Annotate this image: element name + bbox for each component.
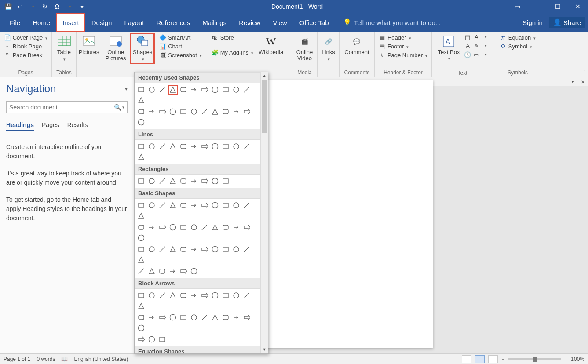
shape-item[interactable] — [200, 107, 209, 116]
shape-item[interactable] — [242, 107, 252, 116]
shape-item[interactable] — [231, 313, 241, 322]
shape-item[interactable] — [200, 291, 209, 300]
shape-item[interactable] — [242, 313, 252, 322]
shape-item[interactable] — [231, 200, 241, 210]
shape-item[interactable] — [221, 200, 230, 210]
shape-item[interactable] — [168, 142, 178, 151]
wikipedia-button[interactable]: W Wikipedia — [257, 33, 285, 57]
shape-item[interactable] — [168, 313, 178, 322]
shape-item[interactable] — [147, 176, 157, 186]
shape-item[interactable] — [221, 313, 230, 322]
shape-item[interactable] — [221, 107, 230, 116]
shape-item[interactable] — [189, 85, 199, 95]
equation-button[interactable]: πEquation — [499, 33, 537, 41]
symbol-button[interactable]: ΩSymbol — [499, 42, 537, 50]
search-dropdown-icon[interactable]: ▾ — [122, 105, 124, 109]
shape-item[interactable] — [136, 211, 146, 221]
signature-icon[interactable]: ✎ — [473, 42, 480, 49]
drop-cap-icon[interactable]: A̲ — [464, 42, 471, 49]
store-button[interactable]: 🛍Store — [211, 33, 254, 41]
shape-item[interactable] — [221, 85, 230, 95]
shape-item[interactable] — [242, 222, 252, 232]
pictures-button[interactable]: Pictures — [77, 33, 100, 57]
shape-item[interactable] — [157, 85, 167, 95]
shape-item[interactable] — [210, 244, 220, 254]
shape-item[interactable] — [221, 244, 230, 254]
text-box-button[interactable]: A Text Box — [436, 33, 462, 63]
cover-page-button[interactable]: 📄Cover Page — [3, 33, 49, 41]
nav-tab-headings[interactable]: Headings — [6, 121, 34, 131]
shape-item[interactable] — [157, 291, 167, 300]
shape-item[interactable] — [157, 313, 167, 322]
online-video-button[interactable]: 🎬 Online Video — [293, 33, 316, 63]
tab-review[interactable]: Review — [233, 13, 267, 32]
shape-item[interactable] — [231, 107, 241, 116]
shape-item[interactable] — [157, 107, 167, 116]
shape-item[interactable] — [136, 233, 146, 243]
shape-item[interactable] — [189, 244, 199, 254]
scroll-up-icon[interactable]: ▲ — [261, 72, 268, 80]
shape-item[interactable] — [221, 176, 230, 186]
view-web-layout-icon[interactable] — [488, 355, 498, 363]
shape-item[interactable] — [168, 244, 178, 254]
shape-item[interactable] — [179, 200, 188, 210]
shape-item[interactable] — [179, 222, 188, 232]
shape-item[interactable] — [179, 291, 188, 300]
search-icon[interactable]: 🔍 — [114, 104, 121, 111]
header-button[interactable]: ▤Header — [378, 33, 428, 41]
tab-view[interactable]: View — [267, 13, 293, 32]
shape-item[interactable] — [147, 85, 157, 95]
view-print-layout-icon[interactable] — [475, 355, 485, 363]
shape-item[interactable] — [136, 313, 146, 322]
shape-item[interactable] — [136, 200, 146, 210]
date-time-icon[interactable]: 🕓 — [464, 51, 471, 58]
footer-button[interactable]: ▤Footer — [378, 42, 428, 50]
shape-item[interactable] — [136, 85, 146, 95]
shape-item[interactable] — [136, 117, 146, 127]
shape-item[interactable] — [157, 176, 167, 186]
shape-item[interactable] — [168, 107, 178, 116]
text-dd3-icon[interactable] — [482, 51, 489, 58]
shape-item[interactable] — [179, 85, 188, 95]
shape-item[interactable] — [157, 335, 167, 344]
search-input[interactable] — [9, 104, 114, 111]
shape-item[interactable] — [136, 323, 146, 333]
shape-item[interactable] — [168, 85, 178, 95]
blank-page-button[interactable]: ▫Blank Page — [3, 42, 49, 50]
shape-item[interactable] — [147, 222, 157, 232]
shape-item[interactable] — [157, 222, 167, 232]
shape-item[interactable] — [231, 222, 241, 232]
shape-item[interactable] — [231, 291, 241, 300]
spellcheck-icon[interactable]: 📖 — [61, 356, 68, 362]
shape-item[interactable] — [200, 142, 209, 151]
shape-item[interactable] — [231, 85, 241, 95]
screenshot-button[interactable]: 🖼Screenshot — [158, 51, 203, 59]
shape-item[interactable] — [147, 335, 157, 344]
text-dd1-icon[interactable] — [482, 33, 489, 40]
omega-icon[interactable]: Ω — [52, 1, 62, 12]
shape-item[interactable] — [242, 85, 252, 95]
chart-button[interactable]: 📊Chart — [158, 42, 203, 50]
shape-item[interactable] — [136, 301, 146, 311]
maximize-icon[interactable]: ☐ — [548, 0, 568, 13]
shape-item[interactable] — [231, 244, 241, 254]
shape-item[interactable] — [210, 85, 220, 95]
tab-office-tab[interactable]: Office Tab — [293, 13, 335, 32]
shape-item[interactable] — [200, 85, 209, 95]
shape-item[interactable] — [200, 313, 209, 322]
shape-item[interactable] — [179, 176, 188, 186]
shape-item[interactable] — [210, 200, 220, 210]
online-pictures-button[interactable]: Online Pictures — [103, 33, 128, 63]
my-addins-button[interactable]: 🧩My Add-ins — [211, 48, 254, 56]
shape-item[interactable] — [168, 222, 178, 232]
navigation-dropdown-icon[interactable]: ▾ — [125, 86, 128, 92]
shape-item[interactable] — [210, 176, 220, 186]
shape-item[interactable] — [179, 313, 188, 322]
links-button[interactable]: 🔗 Links — [317, 33, 340, 63]
tell-me-search[interactable]: 💡 Tell me what you want to do... — [343, 18, 441, 26]
tab-layout[interactable]: Layout — [118, 13, 150, 32]
shape-item[interactable] — [242, 291, 252, 300]
shape-item[interactable] — [221, 222, 230, 232]
smartart-button[interactable]: 🔷SmartArt — [158, 33, 203, 41]
shape-item[interactable] — [168, 266, 178, 276]
